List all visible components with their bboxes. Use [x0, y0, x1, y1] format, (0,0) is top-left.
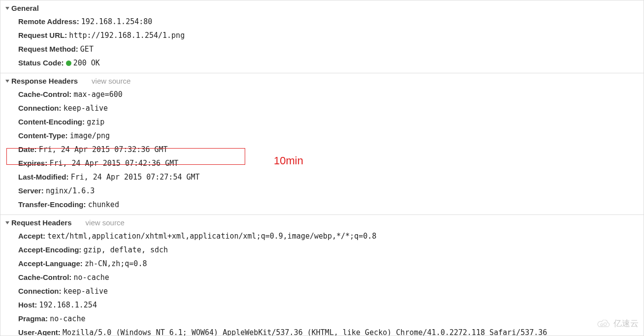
response-header[interactable]: Response Headers view source [0, 74, 644, 88]
value: Fri, 24 Apr 2015 07:27:54 GMT [71, 173, 200, 182]
label: Server [18, 186, 41, 195]
value: no-cache [74, 273, 109, 282]
toggle-down-icon [5, 7, 9, 10]
row-accept-language: Accept-Language: zh-CN,zh;q=0.8 [18, 257, 639, 271]
row-content-encoding: Content-Encoding: gzip [18, 115, 639, 129]
value: gzip, deflate, sdch [84, 245, 168, 254]
watermark-text: 亿速云 [613, 316, 639, 332]
row-content-type: Content-Type: image/png [18, 129, 639, 143]
svg-point-0 [601, 324, 603, 326]
row-request-method: Request Method: GET [18, 42, 639, 56]
request-header[interactable]: Request Headers view source [0, 216, 644, 229]
label-request-url: Request URL [18, 31, 64, 39]
value: chunked [88, 200, 119, 209]
value: Mozilla/5.0 (Windows NT 6.1; WOW64) Appl… [63, 328, 547, 336]
toggle-down-icon [5, 221, 9, 224]
value: gzip [87, 118, 104, 126]
row-status-code: Status Code: 200 OK [18, 56, 639, 70]
row-last-modified: Last-Modified: Fri, 24 Apr 2015 07:27:54… [18, 170, 639, 184]
row-accept-encoding: Accept-Encoding: gzip, deflate, sdch [18, 243, 639, 257]
value: image/png [70, 131, 110, 140]
label: Accept [18, 232, 43, 240]
value: nginx/1.6.3 [46, 186, 95, 195]
label: User-Agent [18, 328, 58, 336]
value: no-cache [50, 314, 85, 323]
label: Transfer-Encoding [18, 200, 84, 209]
label: Connection [18, 287, 59, 295]
label: Expires [18, 159, 45, 167]
label-status-code: Status Code [18, 59, 62, 67]
row-remote-address: Remote Address: 192.168.1.254:80 [18, 15, 639, 29]
value-request-url: http://192.168.1.254/1.png [69, 31, 185, 40]
request-title: Request Headers [11, 216, 72, 229]
general-rows: Remote Address: 192.168.1.254:80 Request… [0, 15, 644, 70]
response-title: Response Headers [11, 74, 78, 88]
status-dot-icon [66, 61, 71, 66]
general-title: General [11, 1, 39, 15]
row-cache-control: Cache-Control: no-cache [18, 271, 639, 284]
view-source-link[interactable]: view source [92, 74, 130, 88]
response-section: Response Headers view source Cache-Contr… [0, 73, 644, 215]
row-host: Host: 192.168.1.254 [18, 298, 639, 312]
label: Host [18, 301, 34, 309]
label: Content-Type [18, 131, 65, 140]
general-header[interactable]: General [0, 1, 644, 15]
toggle-down-icon [5, 80, 9, 83]
label: Last-Modified [18, 173, 66, 181]
row-transfer-encoding: Transfer-Encoding: chunked [18, 198, 639, 212]
cloud-icon [597, 320, 612, 329]
row-accept: Accept: text/html,application/xhtml+xml,… [18, 229, 639, 243]
row-user-agent: User-Agent: Mozilla/5.0 (Windows NT 6.1;… [18, 326, 639, 336]
svg-point-1 [604, 323, 607, 326]
label-request-method: Request Method [18, 45, 76, 53]
label: Cache-Control [18, 90, 69, 98]
label: Accept-Language [18, 259, 80, 268]
value-request-method: GET [80, 45, 94, 54]
value: max-age=600 [74, 90, 123, 99]
row-date: Date: Fri, 24 Apr 2015 07:32:36 GMT [18, 143, 639, 156]
general-section: General Remote Address: 192.168.1.254:80… [0, 0, 644, 73]
label: Date [18, 145, 34, 153]
row-cache-control: Cache-Control: max-age=600 [18, 88, 639, 101]
value-remote-address: 192.168.1.254:80 [81, 17, 153, 26]
label-remote-address: Remote Address [18, 17, 77, 26]
value: 192.168.1.254 [39, 301, 97, 309]
row-connection: Connection: keep-alive [18, 101, 639, 115]
value: text/html,application/xhtml+xml,applicat… [47, 232, 376, 241]
view-source-link[interactable]: view source [86, 216, 125, 229]
response-rows: Cache-Control: max-age=600 Connection: k… [0, 88, 644, 212]
value: Fri, 24 Apr 2015 07:42:36 GMT [49, 159, 178, 168]
value: keep-alive [64, 104, 108, 113]
watermark: 亿速云 [597, 316, 639, 332]
value: Fri, 24 Apr 2015 07:32:36 GMT [39, 145, 168, 154]
value: zh-CN,zh;q=0.8 [85, 259, 147, 268]
label: Cache-Control [18, 273, 69, 281]
label: Content-Encoding [18, 118, 82, 126]
row-request-url: Request URL: http://192.168.1.254/1.png [18, 29, 639, 42]
value-status-code: 200 OK [73, 59, 100, 67]
label: Accept-Encoding [18, 245, 79, 254]
row-server: Server: nginx/1.6.3 [18, 184, 639, 198]
request-section: Request Headers view source Accept: text… [0, 215, 644, 336]
label: Pragma [18, 314, 45, 323]
annotation-10min: 10min [274, 151, 303, 171]
row-expires: Expires: Fri, 24 Apr 2015 07:42:36 GMT [18, 156, 639, 170]
row-connection: Connection: keep-alive [18, 284, 639, 298]
value: keep-alive [64, 287, 108, 296]
row-pragma: Pragma: no-cache [18, 312, 639, 326]
label: Connection [18, 104, 59, 112]
request-rows: Accept: text/html,application/xhtml+xml,… [0, 229, 644, 336]
